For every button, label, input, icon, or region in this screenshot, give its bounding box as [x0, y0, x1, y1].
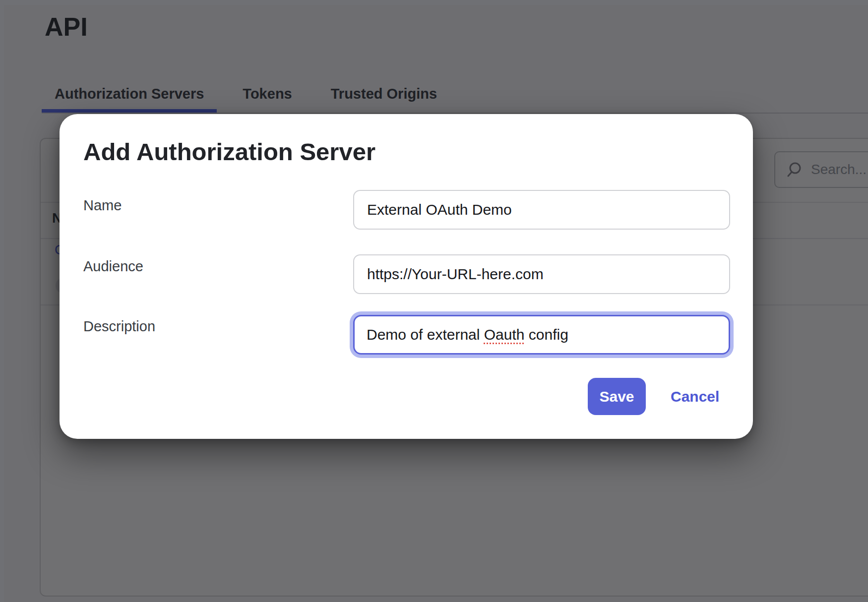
description-text-before: Demo of external [367, 326, 484, 343]
description-label: Description [83, 317, 155, 335]
cancel-button[interactable]: Cancel [671, 388, 719, 406]
window-edge-left [0, 0, 4, 602]
dialog-title: Add Authorization Server [83, 140, 375, 164]
description-field[interactable]: Demo of external Oauth config [353, 315, 730, 355]
audience-label: Audience [83, 257, 143, 275]
description-text-misspelled: Oauth [484, 326, 525, 343]
name-field[interactable] [353, 190, 730, 230]
window-edge-top [0, 0, 868, 5]
name-label: Name [83, 196, 122, 214]
add-authorization-server-dialog: Add Authorization Server Name Audience D… [60, 114, 753, 439]
audience-field[interactable] [353, 254, 730, 294]
save-button[interactable]: Save [588, 378, 646, 415]
description-text-after: config [525, 326, 568, 343]
